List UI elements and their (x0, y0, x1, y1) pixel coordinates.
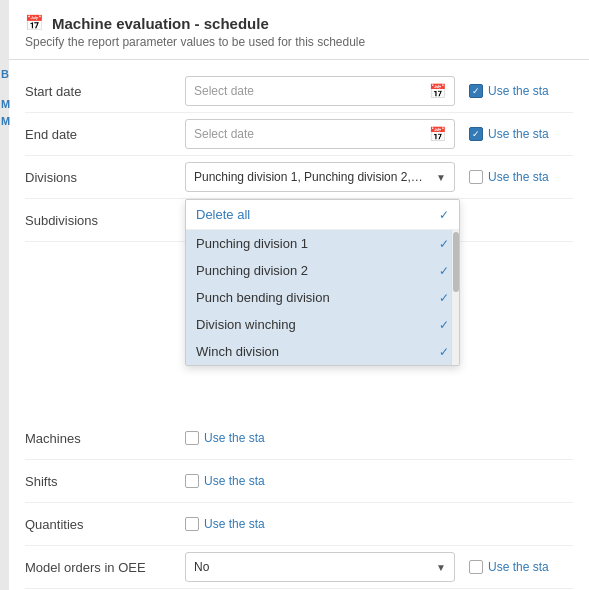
shifts-use-sta-label: Use the sta (204, 474, 265, 488)
machines-use-sta: Use the sta (185, 431, 265, 445)
subdivisions-label: Subdivisions (25, 213, 185, 228)
start-date-label: Start date (25, 84, 185, 99)
delete-all-checkmark: ✓ (439, 208, 449, 222)
subdivision-label-1: Punching division 1 (196, 236, 308, 251)
quantities-label: Quantities (25, 517, 185, 532)
header-title: 📅 Machine evaluation - schedule (25, 14, 573, 32)
model-orders-dropdown[interactable]: No ▼ (185, 552, 455, 582)
shifts-control: Use the sta (185, 474, 573, 488)
machines-row: Machines Use the sta (25, 417, 573, 459)
main-panel: B M M 📅 Machine evaluation - schedule Sp… (0, 0, 589, 590)
machines-control: Use the sta (185, 431, 573, 445)
end-date-calendar-icon[interactable]: 📅 (429, 126, 446, 142)
delete-all-label: Delete all (196, 207, 250, 222)
start-date-checkbox[interactable] (469, 84, 483, 98)
start-date-control: Select date 📅 Use the sta (185, 76, 573, 106)
model-orders-checkbox[interactable] (469, 560, 483, 574)
subdivision-option-3[interactable]: Punch bending division ✓ (186, 284, 459, 311)
shifts-checkbox[interactable] (185, 474, 199, 488)
subdivision-option-1[interactable]: Punching division 1 ✓ (186, 230, 459, 257)
start-date-row: Start date Select date 📅 Use the sta (25, 70, 573, 112)
divisions-use-sta: Use the sta (469, 170, 549, 184)
end-date-control: Select date 📅 Use the sta (185, 119, 573, 149)
subdivision-option-2[interactable]: Punching division 2 ✓ (186, 257, 459, 284)
subdivision-check-5: ✓ (439, 345, 449, 359)
quantities-use-sta: Use the sta (185, 517, 265, 531)
shifts-row: Shifts Use the sta (25, 460, 573, 502)
divisions-control: Punching division 1, Punching division 2… (185, 162, 573, 192)
header: 📅 Machine evaluation - schedule Specify … (9, 0, 589, 60)
divisions-row: Divisions Punching division 1, Punching … (25, 156, 573, 198)
end-date-label: End date (25, 127, 185, 142)
end-date-input[interactable]: Select date 📅 (185, 119, 455, 149)
start-date-placeholder: Select date (194, 84, 254, 98)
model-orders-value: No (194, 560, 209, 574)
title-text: Machine evaluation - schedule (52, 15, 269, 32)
left-sidebar: B M M (0, 0, 9, 590)
divisions-use-sta-label: Use the sta (488, 170, 549, 184)
quantities-row: Quantities Use the sta (25, 503, 573, 545)
start-date-calendar-icon[interactable]: 📅 (429, 83, 446, 99)
machines-checkbox[interactable] (185, 431, 199, 445)
divisions-value: Punching division 1, Punching division 2… (194, 170, 424, 184)
end-date-placeholder: Select date (194, 127, 254, 141)
subdivision-option-4[interactable]: Division winching ✓ (186, 311, 459, 338)
quantities-control: Use the sta (185, 517, 573, 531)
start-date-input[interactable]: Select date 📅 (185, 76, 455, 106)
divisions-dropdown[interactable]: Punching division 1, Punching division 2… (185, 162, 455, 192)
model-orders-arrow-icon: ▼ (436, 562, 446, 573)
shifts-use-sta: Use the sta (185, 474, 265, 488)
subdivision-option-5[interactable]: Winch division ✓ (186, 338, 459, 365)
subdivision-check-1: ✓ (439, 237, 449, 251)
scrollbar-track[interactable] (451, 230, 459, 365)
calendar-icon: 📅 (25, 14, 44, 32)
divisions-label: Divisions (25, 170, 185, 185)
subdivision-check-4: ✓ (439, 318, 449, 332)
sidebar-letter-b: B (1, 68, 9, 80)
machines-use-sta-label: Use the sta (204, 431, 265, 445)
delete-all-option[interactable]: Delete all ✓ (186, 200, 459, 230)
model-orders-control: No ▼ Use the sta (185, 552, 573, 582)
quantities-use-sta-label: Use the sta (204, 517, 265, 531)
end-date-row: End date Select date 📅 Use the sta (25, 113, 573, 155)
subdivision-label-4: Division winching (196, 317, 296, 332)
model-orders-row: Model orders in OEE No ▼ Use the sta (25, 546, 573, 588)
divisions-arrow-icon: ▼ (436, 172, 446, 183)
end-date-checkbox[interactable] (469, 127, 483, 141)
subdivision-check-2: ✓ (439, 264, 449, 278)
sidebar-letter-m2: M (1, 115, 10, 127)
start-date-use-sta-label: Use the sta (488, 84, 549, 98)
form-area: Start date Select date 📅 Use the sta End… (9, 60, 589, 590)
divisions-checkbox[interactable] (469, 170, 483, 184)
model-orders-use-sta-label: Use the sta (488, 560, 549, 574)
subdivision-label-2: Punching division 2 (196, 263, 308, 278)
subdivisions-row: Subdivisions Use the sta Delete all ✓ (25, 199, 573, 241)
shifts-label: Shifts (25, 474, 185, 489)
sidebar-letter-m1: M (1, 98, 10, 110)
machines-label: Machines (25, 431, 185, 446)
end-date-use-sta: Use the sta (469, 127, 549, 141)
quantities-checkbox[interactable] (185, 517, 199, 531)
subdivision-label-3: Punch bending division (196, 290, 330, 305)
subdivision-check-3: ✓ (439, 291, 449, 305)
subtitle-text: Specify the report parameter values to b… (25, 35, 573, 49)
model-orders-use-sta: Use the sta (469, 560, 549, 574)
scrollbar-thumb[interactable] (453, 232, 459, 292)
end-date-use-sta-label: Use the sta (488, 127, 549, 141)
model-orders-label: Model orders in OEE (25, 560, 185, 575)
start-date-use-sta: Use the sta (469, 84, 549, 98)
subdivision-label-5: Winch division (196, 344, 279, 359)
subdivisions-dropdown-popup: Delete all ✓ Punching division 1 ✓ Punch… (185, 199, 460, 366)
